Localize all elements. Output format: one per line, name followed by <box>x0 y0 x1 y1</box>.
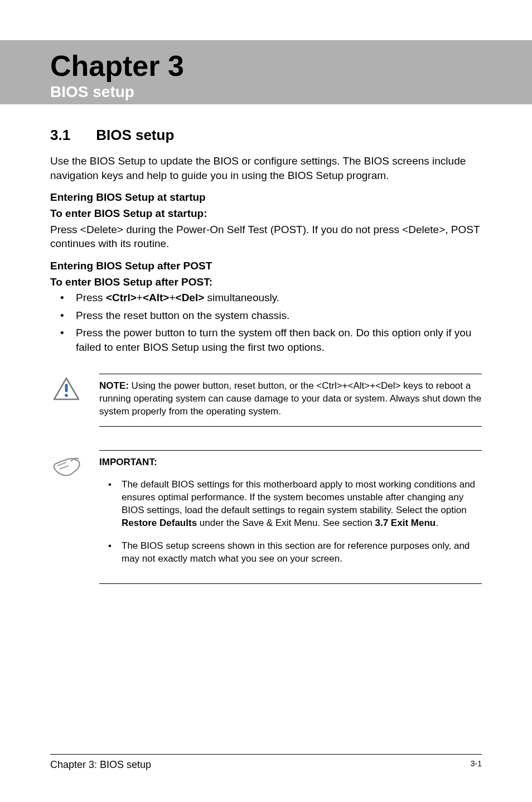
note-callout: NOTE: Using the power button, reset butt… <box>50 374 482 427</box>
bullet-text-bold: <Alt> <box>143 292 170 303</box>
footer-right: 3-1 <box>471 759 482 771</box>
bullet-item: Press the power button to turn the syste… <box>50 326 482 354</box>
important-body: IMPORTANT: The default BIOS settings for… <box>99 450 482 584</box>
bullet-text-mid: + <box>137 292 143 303</box>
important-item-text: The default BIOS settings for this mothe… <box>122 479 475 515</box>
page-footer: Chapter 3: BIOS setup 3-1 <box>50 754 482 771</box>
bullet-item: Press <Ctrl>+<Alt>+<Del> simultaneously. <box>50 291 482 305</box>
important-label: IMPORTANT: <box>99 457 157 467</box>
chapter-title: Chapter 3 <box>50 50 532 82</box>
footer-left: Chapter 3: BIOS setup <box>50 759 151 771</box>
startup-body: Press <Delete> during the Power-On Self … <box>50 223 482 251</box>
bullet-text-bold: <Ctrl> <box>106 292 137 303</box>
warning-icon <box>50 374 83 400</box>
important-item: The default BIOS settings for this mothe… <box>99 479 482 530</box>
section-number: 3.1 <box>50 127 70 144</box>
note-text: Using the power button, reset button, or… <box>99 380 481 417</box>
note-hand-icon <box>50 450 83 478</box>
after-post-heading-1: Entering BIOS Setup after POST <box>50 259 482 274</box>
startup-heading-2: To enter BIOS Setup at startup: <box>50 206 482 221</box>
note-body: NOTE: Using the power button, reset butt… <box>99 374 482 427</box>
important-list: The default BIOS settings for this mothe… <box>99 479 482 566</box>
after-post-heading-2: To enter BIOS Setup after POST: <box>50 275 482 290</box>
chapter-subtitle: BIOS setup <box>50 83 532 101</box>
chapter-header-band: Chapter 3 BIOS setup <box>0 40 532 104</box>
bullet-text-prefix: Press <box>76 292 106 303</box>
page-content: 3.1 BIOS setup Use the BIOS Setup to upd… <box>0 104 532 584</box>
svg-rect-1 <box>65 384 68 392</box>
important-item-bold: Restore Defaults <box>122 518 197 528</box>
bullet-text-mid: + <box>169 292 175 303</box>
important-item-bold: 3.7 Exit Menu <box>375 518 436 528</box>
section-heading: 3.1 BIOS setup <box>50 127 482 144</box>
important-item-text: . <box>436 518 438 528</box>
bullet-item: Press the reset button on the system cha… <box>50 308 482 323</box>
after-post-bullets: Press <Ctrl>+<Alt>+<Del> simultaneously.… <box>50 291 482 355</box>
bullet-text-suffix: simultaneously. <box>204 292 279 303</box>
intro-paragraph: Use the BIOS Setup to update the BIOS or… <box>50 154 482 182</box>
important-item: The BIOS setup screens shown in this sec… <box>99 540 482 566</box>
startup-heading-1: Entering BIOS Setup at startup <box>50 190 482 205</box>
bullet-text-bold: <Del> <box>176 292 205 303</box>
svg-point-2 <box>65 394 68 397</box>
important-callout: IMPORTANT: The default BIOS settings for… <box>50 450 482 584</box>
note-label: NOTE: <box>99 380 129 391</box>
important-item-text: under the Save & Exit Menu. See section <box>197 518 375 528</box>
section-name: BIOS setup <box>96 127 174 144</box>
